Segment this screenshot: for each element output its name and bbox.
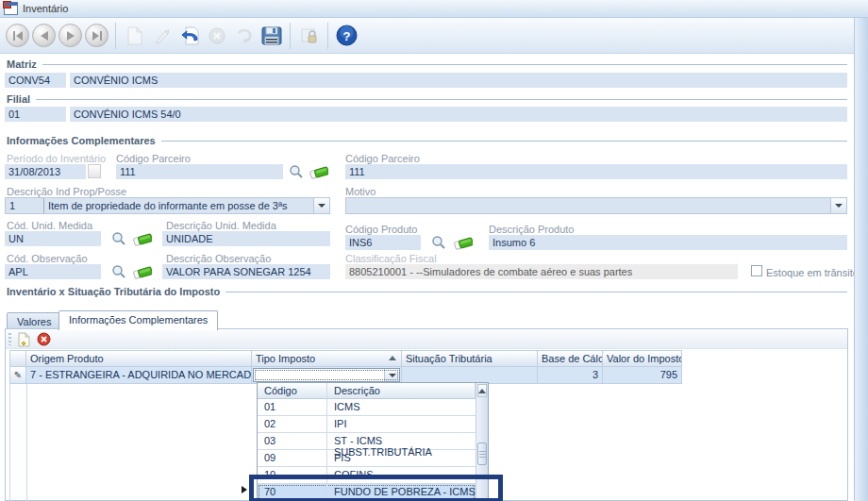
clear-parceiro-button[interactable] [309, 164, 328, 179]
option-codigo: 01 [258, 399, 327, 415]
cod-parceiro-label: Código Parceiro [116, 153, 191, 164]
grid-header-situacao[interactable]: Situação Tributária [402, 350, 538, 367]
cod-obs-field[interactable]: APL [5, 264, 101, 279]
desc-produto-label: Descrição Produto [489, 224, 575, 235]
estoque-transito-checkbox[interactable] [751, 265, 762, 276]
dropdown-option-icms[interactable]: 01 ICMS [258, 399, 476, 416]
eraser-icon [309, 165, 328, 179]
grid-header-base[interactable]: Base de Cálculo [538, 350, 603, 367]
option-codigo: 02 [258, 416, 327, 432]
title-bar: Inventário [0, 0, 868, 18]
add-row-button[interactable] [17, 332, 31, 347]
desc-produto-field[interactable]: Insumo 6 [489, 235, 847, 250]
first-record-button[interactable] [6, 24, 29, 47]
cancel-button[interactable] [204, 23, 229, 49]
toolbar-grip[interactable] [8, 333, 11, 345]
undo-icon [180, 26, 199, 45]
last-record-icon [92, 31, 103, 41]
grid-corner-header [9, 350, 26, 367]
grid-left-border [9, 384, 10, 501]
desc-unid-field[interactable]: UNIDADE [162, 231, 330, 246]
edit-pencil-icon [154, 27, 171, 44]
ind-prop-combobox[interactable]: 1 Item de propriedade do informante em p… [5, 197, 330, 214]
clear-obs-button[interactable] [133, 264, 152, 279]
cod-produto-label: Código Produto [345, 224, 417, 235]
tab-valores[interactable]: Valores [7, 312, 61, 329]
search-icon [431, 235, 446, 250]
cell-base-calculo[interactable]: 3 [538, 367, 603, 384]
cod-produto-field[interactable]: INS6 [345, 235, 421, 250]
clear-produto-button[interactable] [454, 235, 473, 250]
next-record-button[interactable] [58, 24, 82, 47]
matriz-group-heading: Matriz [7, 58, 847, 70]
option-codigo: 09 [258, 450, 327, 466]
option-descricao: ICMS [327, 399, 476, 415]
row-selector-cell[interactable]: ✎ [9, 367, 26, 384]
grid-header-valor[interactable]: Valor do Imposto [603, 350, 682, 367]
cod-parceiro-field[interactable]: 111 [116, 164, 283, 179]
dropdown-option-ipi[interactable]: 02 IPI [258, 416, 476, 433]
tab-informacoes-complementares[interactable]: Informações Complementares [58, 310, 218, 330]
motivo-combobox[interactable] [345, 197, 847, 214]
new-button[interactable] [122, 23, 147, 49]
lock-button[interactable] [296, 23, 322, 49]
info-heading-label: Informações Complementares [7, 135, 156, 146]
delete-row-button[interactable] [37, 332, 51, 346]
chevron-down-icon [835, 204, 843, 208]
cell-valor-imposto[interactable]: 795 [603, 367, 682, 384]
cod-parceiro2-field[interactable]: 111 [345, 164, 847, 179]
cancel-icon [209, 27, 225, 44]
search-icon [111, 231, 126, 246]
tipo-imposto-editor-text [254, 369, 384, 381]
toolbar-separator [327, 23, 328, 49]
scroll-up-button[interactable] [477, 384, 487, 397]
toolbar-separator [115, 23, 116, 49]
edit-button[interactable] [149, 23, 175, 49]
periodo-field[interactable]: 31/08/2013 [5, 164, 86, 179]
dropdown-option-pis[interactable]: 09 PIS [258, 450, 476, 467]
last-record-button[interactable] [85, 24, 108, 47]
heading-rule [225, 292, 847, 292]
grid-header-origem[interactable]: Origem Produto [26, 350, 252, 367]
toolbar-separator [290, 23, 291, 49]
highlight-annotation-box [249, 475, 503, 501]
tipo-imposto-editor[interactable] [253, 368, 400, 382]
previous-record-button[interactable] [32, 24, 56, 47]
matriz-code-field[interactable]: CONV54 [5, 73, 66, 88]
dropdown-button[interactable] [830, 198, 846, 213]
next-record-icon [66, 31, 75, 41]
clear-unid-button[interactable] [133, 231, 152, 246]
matriz-heading-label: Matriz [7, 58, 37, 70]
periodo-label: Período do Inventário [7, 153, 106, 164]
undo-button[interactable] [176, 23, 202, 49]
refresh-button[interactable] [231, 23, 257, 49]
search-parceiro-button[interactable] [287, 164, 306, 179]
editor-dropdown-button[interactable] [384, 369, 399, 381]
cell-origem[interactable]: 7 - ESTRANGEIRA - ADQUIRIDA NO MERCADO I… [26, 367, 252, 384]
search-icon [111, 264, 126, 279]
grid-header-tipo-imposto[interactable]: Tipo Imposto [252, 350, 402, 367]
chevron-down-icon [389, 374, 396, 377]
calendar-button[interactable] [88, 164, 101, 178]
svg-text:?: ? [343, 29, 351, 43]
scrollbar-thumb[interactable] [477, 443, 487, 465]
cod-unid-field[interactable]: UN [5, 231, 101, 246]
search-unid-button[interactable] [109, 231, 128, 246]
help-icon: ? [336, 25, 358, 46]
dropdown-button[interactable] [313, 198, 329, 213]
filial-code-field[interactable]: 01 [5, 107, 66, 122]
dropdown-option-st[interactable]: 03 ST - ICMS SUBST.TRIBUTÁRIA [258, 433, 476, 450]
eraser-icon [454, 236, 473, 250]
filial-description-field[interactable]: CONVÊNIO ICMS 54/0 [70, 107, 847, 122]
matriz-description-field[interactable]: CONVÊNIO ICMS [70, 73, 847, 88]
lock-icon [301, 27, 318, 44]
sort-ascending-icon [389, 356, 396, 360]
grid-toolbar [6, 330, 847, 349]
desc-obs-field[interactable]: VALOR PARA SONEGAR 1254 [162, 264, 330, 279]
search-obs-button[interactable] [109, 264, 128, 279]
save-button[interactable] [259, 23, 284, 49]
class-fiscal-field: 8805210001 - --Simuladores de combate aé… [345, 264, 738, 279]
ind-prop-label: Descrição Ind Prop/Posse [7, 186, 126, 197]
help-button[interactable]: ? [334, 23, 359, 49]
search-produto-button[interactable] [429, 235, 448, 250]
